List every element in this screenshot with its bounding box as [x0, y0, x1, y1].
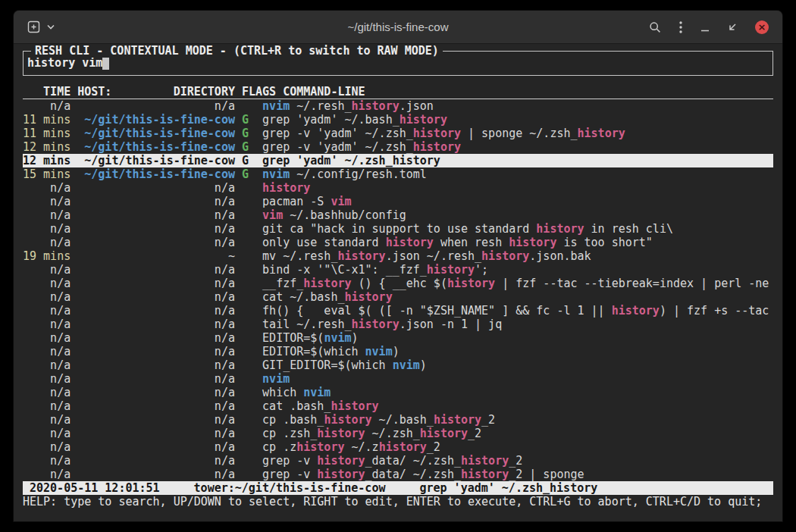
cmd-segment: ~/.bash_	[372, 413, 434, 427]
titlebar-left-controls	[27, 20, 55, 33]
search-box-title: RESH CLI - CONTEXTUAL MODE - (CTRL+R to …	[31, 44, 443, 58]
col-header-directory: DIRECTORY	[111, 85, 235, 99]
cmd-segment: history	[262, 181, 310, 195]
row-directory: n/a	[77, 290, 235, 304]
row-time: n/a	[23, 290, 71, 304]
cmd-segment: history	[447, 277, 495, 290]
row-directory: ~/git/this-is-fine-cow	[77, 154, 235, 167]
terminal-window: ~/git/this-is-fine-cow × RESH CLI - CONT…	[14, 11, 782, 521]
row-time: n/a	[23, 440, 71, 454]
cmd-segment: GIT_EDITOR=$(which	[262, 358, 393, 372]
menu-button[interactable]	[679, 21, 682, 33]
cmd-segment: history	[481, 249, 529, 263]
table-header: TIME HOST: DIRECTORY FLAGS COMMAND-LINE	[23, 85, 773, 99]
history-row[interactable]: 11 mins ~/git/this-is-fine-cow G grep -v…	[23, 127, 773, 140]
history-row[interactable]: 15 mins ~/git/this-is-fine-cow G nvim ~/…	[23, 167, 773, 181]
history-row[interactable]: 12 mins ~/git/this-is-fine-cow G grep 'y…	[23, 154, 773, 167]
history-row[interactable]: n/a n/a EDITOR=$(nvim)	[23, 331, 773, 345]
cmd-segment: cp .z	[262, 440, 296, 454]
cmd-segment: cat ~/.bash_	[262, 290, 344, 304]
cmd-segment: history	[379, 440, 427, 454]
row-time: n/a	[23, 468, 71, 481]
kebab-menu-icon	[679, 21, 682, 33]
row-time: n/a	[23, 399, 71, 413]
cmd-segment: history	[352, 99, 400, 113]
history-row[interactable]: n/a n/a cat .bash_history	[23, 399, 773, 413]
cmd-segment: history	[536, 222, 584, 236]
restore-button[interactable]	[728, 23, 737, 32]
cmd-segment: ';	[475, 263, 488, 277]
new-terminal-button[interactable]	[27, 20, 40, 33]
cmd-segment: _2	[481, 413, 495, 427]
row-flags	[242, 468, 262, 481]
history-row[interactable]: n/a n/a nvim ~/.resh_history.json	[23, 99, 773, 113]
row-directory: ~/git/this-is-fine-cow	[77, 140, 235, 154]
cmd-segment: _2	[427, 440, 440, 454]
row-flags: G	[242, 167, 262, 181]
history-row[interactable]: 11 mins ~/git/this-is-fine-cow G grep 'y…	[23, 113, 773, 127]
cmd-segment: only use standard	[262, 236, 386, 249]
search-button[interactable]	[649, 21, 661, 33]
cmd-segment: .json ~/.resh_	[386, 249, 481, 263]
row-flags	[242, 358, 262, 372]
history-row[interactable]: n/a n/a cp .zsh_history ~/.zsh_history_2	[23, 427, 773, 440]
row-directory: n/a	[77, 468, 235, 481]
row-time: n/a	[23, 345, 71, 358]
history-row[interactable]: n/a n/a git ca "hack in support to use s…	[23, 222, 773, 236]
col-header-time: TIME	[23, 85, 71, 99]
row-time: n/a	[23, 386, 71, 399]
row-directory: n/a	[77, 236, 235, 249]
history-row[interactable]: 12 mins ~/git/this-is-fine-cow G grep -v…	[23, 140, 773, 154]
history-row[interactable]: n/a n/a cp .zhistory ~/.zhistory_2	[23, 440, 773, 454]
row-directory: ~/git/this-is-fine-cow	[77, 167, 235, 181]
profile-dropdown-button[interactable]	[47, 24, 55, 30]
history-row[interactable]: n/a n/a only use standard history when r…	[23, 236, 773, 249]
row-flags	[242, 372, 262, 386]
col-header-command: COMMAND-LINE	[283, 85, 365, 99]
row-time: 11 mins	[23, 127, 71, 140]
history-row[interactable]: n/a n/a grep -v history_data/ ~/.zsh_his…	[23, 468, 773, 481]
cmd-segment: history	[317, 454, 365, 468]
row-flags	[242, 318, 262, 331]
row-flags	[242, 208, 262, 222]
cmd-segment: history	[331, 399, 378, 413]
history-row[interactable]: 19 mins ~ mv ~/.resh_history.json ~/.res…	[23, 249, 773, 263]
history-row[interactable]: n/a n/a tail ~/.resh_history.json -n 1 |…	[23, 318, 773, 331]
close-button[interactable]: ×	[755, 20, 769, 34]
row-flags	[242, 386, 262, 399]
search-query-text: history vim	[27, 56, 102, 70]
row-time: 11 mins	[23, 113, 71, 127]
cmd-segment: _2	[509, 454, 522, 468]
cmd-segment: _data/ ~/.zsh_	[365, 454, 461, 468]
history-row[interactable]: n/a n/a bind -x '"\C-x1": __fzf_history'…	[23, 263, 773, 277]
history-row[interactable]: n/a n/a grep -v history_data/ ~/.zsh_his…	[23, 454, 773, 468]
cmd-segment: fh() { eval $( ([ -n "$ZSH_NAME" ] && fc…	[262, 304, 612, 318]
history-row[interactable]: n/a n/a which nvim	[23, 386, 773, 399]
search-icon	[649, 21, 661, 33]
row-time: n/a	[23, 263, 71, 277]
history-row[interactable]: n/a n/a pacman -S vim	[23, 195, 773, 208]
minimize-button[interactable]	[700, 23, 710, 32]
close-icon: ×	[758, 22, 766, 32]
history-row[interactable]: n/a n/a cp .bash_history ~/.bash_history…	[23, 413, 773, 427]
history-row[interactable]: n/a n/a GIT_EDITOR=$(which nvim)	[23, 358, 773, 372]
history-row[interactable]: n/a n/a fh() { eval $( ([ -n "$ZSH_NAME"…	[23, 304, 773, 318]
history-row[interactable]: n/a n/a __fzf_history () { __ehc $(histo…	[23, 277, 773, 290]
cmd-segment: git ca "hack in support to use standard	[262, 222, 536, 236]
cmd-segment: pacman -S	[262, 195, 331, 208]
history-row[interactable]: n/a n/a cat ~/.bash_history	[23, 290, 773, 304]
history-row[interactable]: n/a n/a vim ~/.bashhub/config	[23, 208, 773, 222]
status-datetime: 2020-05-11 12:01:51	[30, 481, 160, 495]
history-row[interactable]: n/a n/a EDITOR=$(which nvim)	[23, 345, 773, 358]
row-time: n/a	[23, 304, 71, 318]
cmd-segment: history	[427, 263, 475, 277]
history-row[interactable]: n/a n/a nvim	[23, 372, 773, 386]
row-directory: n/a	[77, 372, 235, 386]
cmd-segment: bind -x '"\C-x1": __fzf_	[262, 263, 427, 277]
col-header-host: HOST:	[77, 85, 111, 99]
new-terminal-icon	[27, 20, 40, 33]
cmd-segment: | sponge ~/.zsh_	[461, 127, 578, 140]
history-row[interactable]: n/a n/a history	[23, 181, 773, 195]
cmd-segment: () { __ehc $(	[352, 277, 447, 290]
row-flags	[242, 413, 262, 427]
